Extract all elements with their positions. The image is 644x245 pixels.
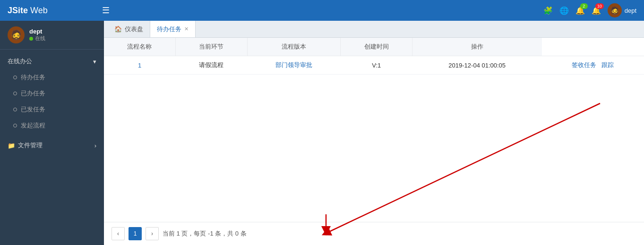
cell-actions: 签收任务 跟踪	[542, 56, 644, 75]
top-header: JSite Web ☰ 🧩 🌐 🔔 2 🔔 10 🧔 dept	[0, 0, 644, 21]
chevron-right-icon: ›	[94, 142, 96, 149]
col-name: 流程名称	[104, 38, 175, 56]
next-page-btn[interactable]: ›	[146, 227, 159, 240]
sidebar-item-label: 发起流程	[21, 121, 45, 130]
table-wrapper: 流程名称 当前环节 流程版本 创建时间 操作 1 请假流程 部门领导审批 V:1	[104, 38, 644, 222]
col-version: 流程版本	[248, 38, 341, 56]
chevron-icon: ▾	[93, 58, 96, 65]
folder-icon: 📁	[8, 142, 15, 149]
task-table: 流程名称 当前环节 流程版本 创建时间 操作 1 请假流程 部门领导审批 V:1	[104, 38, 644, 75]
cell-step: 部门领导审批	[248, 56, 341, 75]
username-label: dept	[625, 7, 636, 14]
prev-page-btn[interactable]: ‹	[112, 227, 125, 240]
sidebar-item-label: 已发任务	[21, 105, 45, 114]
hamburger-menu[interactable]: ☰	[102, 5, 110, 16]
sidebar-group-file-mgmt[interactable]: 📁 文件管理 ›	[0, 137, 104, 153]
cell-created: 2019-12-04 01:00:05	[412, 56, 542, 75]
col-created: 创建时间	[341, 38, 412, 56]
cell-index: 1	[104, 56, 175, 75]
main-content: 🏠 仪表盘 待办任务 ✕ 流程名称 当前环节 流程版本 创建时间	[104, 21, 644, 245]
step-link[interactable]: 部门领导审批	[275, 61, 312, 68]
page-info: 当前 1 页，每页 -1 条，共 0 条	[163, 229, 247, 238]
online-dot	[29, 37, 33, 41]
tab-close-icon[interactable]: ✕	[184, 26, 189, 32]
user-avatar-area[interactable]: 🧔 dept	[608, 3, 636, 17]
circle-icon	[13, 108, 17, 111]
table-header-row: 流程名称 当前环节 流程版本 创建时间 操作	[104, 38, 644, 56]
table-area: 流程名称 当前环节 流程版本 创建时间 操作 1 请假流程 部门领导审批 V:1	[104, 38, 644, 245]
sidebar-item-sent[interactable]: 已发任务	[0, 101, 104, 118]
home-icon: 🏠	[114, 25, 122, 33]
sidebar-item-label: 已办任务	[21, 89, 45, 98]
tab-label: 仪表盘	[125, 25, 143, 34]
circle-icon	[13, 124, 17, 127]
bell-badge: 10	[595, 3, 604, 9]
globe-icon[interactable]: 🌐	[559, 6, 569, 15]
main-layout: 🧔 dept 在线 在线办公 ▾ 待办任务 已办任务	[0, 21, 644, 245]
circle-icon	[13, 92, 17, 95]
action-track-link[interactable]: 跟踪	[601, 61, 614, 68]
sidebar-item-label: 待办任务	[21, 73, 45, 82]
notification-icon[interactable]: 🔔 2	[575, 6, 585, 15]
avatar: 🧔	[608, 3, 622, 17]
sidebar-group2-label: 文件管理	[18, 141, 43, 150]
cell-version: V:1	[341, 56, 412, 75]
sidebar-section-online: 在线办公 ▾ 待办任务 已办任务 已发任务 发起流程	[0, 50, 104, 137]
col-actions: 操作	[412, 38, 542, 56]
app-logo: JSite Web	[8, 6, 102, 16]
pagination: ‹ 1 › 当前 1 页，每页 -1 条，共 0 条	[104, 222, 644, 245]
sidebar: 🧔 dept 在线 在线办公 ▾ 待办任务 已办任务	[0, 21, 104, 245]
tab-pending-tasks[interactable]: 待办任务 ✕	[150, 21, 196, 37]
sidebar-user-info: dept 在线	[29, 28, 45, 42]
sidebar-item-pending[interactable]: 待办任务	[0, 69, 104, 85]
circle-icon	[13, 76, 17, 79]
tab-label: 待办任务	[157, 25, 181, 34]
header-right-icons: 🧩 🌐 🔔 2 🔔 10 🧔 dept	[543, 3, 636, 17]
sidebar-username: dept	[29, 28, 45, 35]
sidebar-status: 在线	[29, 35, 45, 42]
cell-name: 请假流程	[175, 56, 247, 75]
sidebar-avatar: 🧔	[8, 26, 25, 43]
tabs-bar: 🏠 仪表盘 待办任务 ✕	[104, 21, 644, 38]
col-step: 当前环节	[175, 38, 247, 56]
row-index-link[interactable]: 1	[138, 62, 141, 69]
extension-icon[interactable]: 🧩	[543, 6, 553, 15]
notification-badge: 2	[580, 3, 588, 9]
sidebar-user: 🧔 dept 在线	[0, 21, 104, 50]
bell-icon[interactable]: 🔔 10	[592, 6, 601, 15]
sidebar-item-done[interactable]: 已办任务	[0, 85, 104, 101]
table-row: 1 请假流程 部门领导审批 V:1 2019-12-04 01:00:05 签收…	[104, 56, 644, 75]
sidebar-item-start-flow[interactable]: 发起流程	[0, 118, 104, 134]
sidebar-group-online-office[interactable]: 在线办公 ▾	[0, 53, 104, 69]
action-sign-link[interactable]: 签收任务	[572, 61, 596, 68]
sidebar-group-label: 在线办公	[8, 57, 32, 66]
tab-dashboard[interactable]: 🏠 仪表盘	[108, 21, 150, 37]
current-page-btn[interactable]: 1	[129, 227, 142, 240]
